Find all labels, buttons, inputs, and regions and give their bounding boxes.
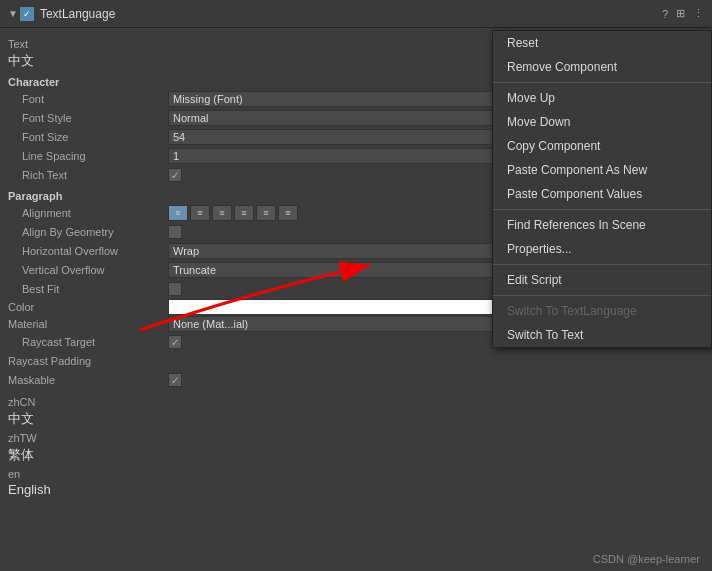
watermark: CSDN @keep-learner xyxy=(593,553,700,565)
menu-icon[interactable]: ⋮ xyxy=(693,7,704,20)
align-bottom-button[interactable]: ≡ xyxy=(278,205,298,221)
align-left-button[interactable]: ≡ xyxy=(168,205,188,221)
raycast-padding-row: Raycast Padding xyxy=(8,352,704,370)
align-middle-button[interactable]: ≡ xyxy=(256,205,276,221)
rich-text-label: Rich Text xyxy=(8,169,168,181)
context-menu-item-find-references[interactable]: Find References In Scene xyxy=(493,213,711,237)
font-style-label: Font Style xyxy=(8,112,168,124)
context-menu-item-copy-component[interactable]: Copy Component xyxy=(493,134,711,158)
align-by-geometry-checkbox[interactable] xyxy=(168,225,182,239)
maskable-row: Maskable ✓ xyxy=(8,371,704,389)
context-menu-item-reset[interactable]: Reset xyxy=(493,31,711,55)
context-menu-separator xyxy=(493,295,711,296)
raycast-padding-label: Raycast Padding xyxy=(8,355,168,367)
zhtw-label: zhTW xyxy=(8,431,704,445)
best-fit-label: Best Fit xyxy=(8,283,168,295)
header-actions: ? ⊞ ⋮ xyxy=(662,7,704,20)
alignment-label: Alignment xyxy=(8,207,168,219)
component-title: TextLanguage xyxy=(40,7,662,21)
zhtw-value: 繁体 xyxy=(8,445,704,465)
context-menu-item-remove-component[interactable]: Remove Component xyxy=(493,55,711,79)
maskable-checkbox[interactable]: ✓ xyxy=(168,373,182,387)
layout-icon[interactable]: ⊞ xyxy=(676,7,685,20)
maskable-label: Maskable xyxy=(8,374,168,386)
material-label: Material xyxy=(8,318,168,330)
align-top-button[interactable]: ≡ xyxy=(234,205,254,221)
vertical-overflow-label: Vertical Overflow xyxy=(8,264,168,276)
align-center-button[interactable]: ≡ xyxy=(190,205,210,221)
context-menu-item-edit-script[interactable]: Edit Script xyxy=(493,268,711,292)
font-size-label: Font Size xyxy=(8,131,168,143)
zhcn-value: 中文 xyxy=(8,409,704,429)
en-value: English xyxy=(8,481,704,498)
en-label: en xyxy=(8,467,704,481)
context-menu-item-move-up[interactable]: Move Up xyxy=(493,86,711,110)
context-menu-item-switch-text[interactable]: Switch To Text xyxy=(493,323,711,347)
raycast-target-checkbox[interactable]: ✓ xyxy=(168,335,182,349)
font-label: Font xyxy=(8,93,168,105)
context-menu: ResetRemove ComponentMove UpMove DownCop… xyxy=(492,30,712,348)
context-menu-item-paste-as-new[interactable]: Paste Component As New xyxy=(493,158,711,182)
localization-group: zhCN 中文 zhTW 繁体 en English xyxy=(8,395,704,498)
context-menu-item-switch-textlanguage: Switch To TextLanguage xyxy=(493,299,711,323)
rich-text-checkbox[interactable]: ✓ xyxy=(168,168,182,182)
horizontal-overflow-label: Horizontal Overflow xyxy=(8,245,168,257)
component-icon: ✓ xyxy=(20,7,34,21)
zhcn-label: zhCN xyxy=(8,395,704,409)
context-menu-separator xyxy=(493,82,711,83)
best-fit-checkbox[interactable] xyxy=(168,282,182,296)
line-spacing-label: Line Spacing xyxy=(8,150,168,162)
context-menu-item-paste-values[interactable]: Paste Component Values xyxy=(493,182,711,206)
context-menu-item-properties[interactable]: Properties... xyxy=(493,237,711,261)
context-menu-separator xyxy=(493,264,711,265)
help-icon[interactable]: ? xyxy=(662,8,668,20)
align-right-button[interactable]: ≡ xyxy=(212,205,232,221)
context-menu-item-move-down[interactable]: Move Down xyxy=(493,110,711,134)
context-menu-separator xyxy=(493,209,711,210)
alignment-buttons: ≡ ≡ ≡ ≡ ≡ ≡ xyxy=(168,205,298,221)
align-by-geometry-label: Align By Geometry xyxy=(8,226,168,238)
raycast-target-label: Raycast Target xyxy=(8,336,168,348)
component-header: ▼ ✓ TextLanguage ? ⊞ ⋮ xyxy=(0,0,712,28)
collapse-icon[interactable]: ▼ xyxy=(8,8,18,19)
color-label: Color xyxy=(8,301,168,313)
